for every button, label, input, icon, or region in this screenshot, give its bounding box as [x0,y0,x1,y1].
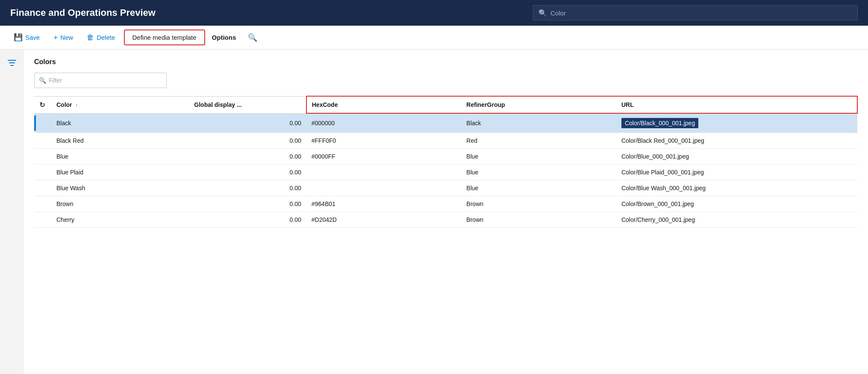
cell-color: Blue Wash [51,180,189,196]
save-button[interactable]: 💾 Save [7,29,47,45]
cell-global-display: 0.00 [189,149,306,165]
cell-refiner-group: Blue [461,165,616,180]
cell-url: Color/Cherry_000_001.jpeg [616,212,857,228]
filter-button[interactable] [7,58,17,70]
cell-refiner-group: Blue [461,180,616,196]
define-media-template-button[interactable]: Define media template [124,29,205,45]
filter-icon [7,58,17,68]
main-content: Colors 🔍 ↻ Color ↑ Global display ... [0,50,868,374]
cell-global-display: 0.00 [189,196,306,212]
table-row[interactable]: Brown0.00#964B01BrownColor/Brown_000_001… [34,196,857,212]
new-button[interactable]: + New [47,30,80,45]
table-row[interactable]: Blue0.00#0000FFBlueColor/Blue_000_001.jp… [34,149,857,165]
sort-icon[interactable]: ↑ [75,103,78,108]
app-title: Finance and Operations Preview [10,7,156,18]
cell-global-display: 0.00 [189,113,306,133]
filter-sidebar [0,50,24,374]
table-row[interactable]: Black0.00#000000BlackColor/Black_000_001… [34,113,857,133]
toolbar-search-icon: 🔍 [248,33,257,42]
table-row[interactable]: Cherry0.00#D2042DBrownColor/Cherry_000_0… [34,212,857,228]
cell-refiner-group: Blue [461,149,616,165]
url-selected-value: Color/Black_000_001.jpeg [621,118,698,128]
cell-hexcode: #000000 [306,113,462,133]
cell-hexcode: #D2042D [306,212,462,228]
top-bar: Finance and Operations Preview 🔍 [0,0,868,26]
th-hexcode: HexCode [306,96,462,113]
cell-hexcode: #964B01 [306,196,462,212]
row-select-bar [34,149,51,165]
toolbar-search-button[interactable]: 🔍 [243,29,262,46]
delete-icon: 🗑 [87,33,94,42]
global-search-icon: 🔍 [538,9,547,17]
global-search-box[interactable]: 🔍 [533,5,858,21]
content-area: Colors 🔍 ↻ Color ↑ Global display ... [24,50,868,374]
cell-url: Color/Blue Wash_000_001.jpeg [616,180,857,196]
cell-url: Color/Brown_000_001.jpeg [616,196,857,212]
cell-global-display: 0.00 [189,212,306,228]
cell-refiner-group: Black [461,113,616,133]
row-select-bar [34,196,51,212]
th-url: URL [616,96,857,113]
cell-url: Color/Black Red_000_001.jpeg [616,133,857,149]
table-row[interactable]: Blue Plaid0.00BlueColor/Blue Plaid_000_0… [34,165,857,180]
delete-button[interactable]: 🗑 Delete [80,30,122,45]
cell-refiner-group: Red [461,133,616,149]
cell-hexcode [306,165,462,180]
row-select-bar [34,180,51,196]
cell-hexcode: #FFF0F0 [306,133,462,149]
th-refresh: ↻ [34,96,51,113]
cell-refiner-group: Brown [461,212,616,228]
cell-color: Black Red [51,133,189,149]
th-global-display: Global display ... [189,96,306,113]
toolbar: 💾 Save + New 🗑 Delete Define media templ… [0,26,868,50]
cell-url: Color/Blue Plaid_000_001.jpeg [616,165,857,180]
cell-color: Blue [51,149,189,165]
th-refiner-group: RefinerGroup [461,96,616,113]
row-select-bar [34,165,51,180]
cell-color: Brown [51,196,189,212]
table-header-row: ↻ Color ↑ Global display ... HexCode Ref… [34,96,857,113]
cell-refiner-group: Brown [461,196,616,212]
section-title: Colors [34,58,858,66]
cell-global-display: 0.00 [189,165,306,180]
cell-color: Blue Plaid [51,165,189,180]
table-row[interactable]: Black Red0.00#FFF0F0RedColor/Black Red_0… [34,133,857,149]
filter-input[interactable] [49,77,162,84]
filter-input-wrap: 🔍 [34,73,167,88]
cell-url: Color/Black_000_001.jpeg [616,113,857,133]
cell-global-display: 0.00 [189,180,306,196]
row-select-bar [34,113,51,133]
cell-hexcode [306,180,462,196]
filter-search-icon: 🔍 [39,77,46,84]
table-row[interactable]: Blue Wash0.00BlueColor/Blue Wash_000_001… [34,180,857,196]
global-search-input[interactable] [550,9,852,17]
row-select-bar [34,212,51,228]
save-icon: 💾 [14,33,23,42]
refresh-icon[interactable]: ↻ [39,101,45,109]
plus-icon: + [53,33,58,42]
data-table: ↻ Color ↑ Global display ... HexCode Ref… [34,96,858,228]
cell-url: Color/Blue_000_001.jpeg [616,149,857,165]
row-select-bar [34,133,51,149]
cell-global-display: 0.00 [189,133,306,149]
options-button[interactable]: Options [205,30,243,44]
th-color: Color ↑ [51,96,189,113]
cell-color: Cherry [51,212,189,228]
cell-color: Black [51,113,189,133]
cell-hexcode: #0000FF [306,149,462,165]
